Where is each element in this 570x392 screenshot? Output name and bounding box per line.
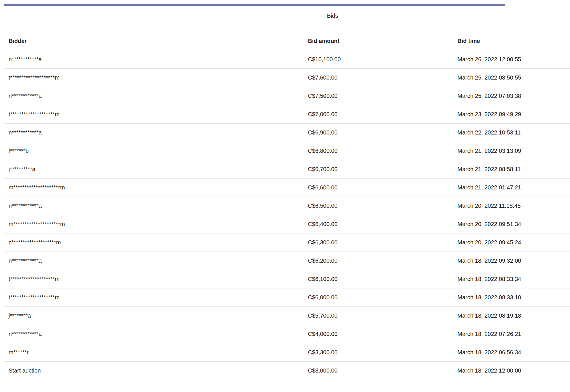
bid-amount-cell: C$6,100.00 bbox=[303, 270, 453, 288]
bids-table: Bids Bidder Bid amount Bid time n*******… bbox=[4, 6, 570, 380]
bid-amount-cell: C$6,500.00 bbox=[303, 197, 453, 215]
bid-amount-cell: C$6,300.00 bbox=[303, 233, 453, 252]
bidder-cell: m******r bbox=[4, 343, 303, 361]
bid-row: m******r C$3,300.00 March 18, 2022 06:56… bbox=[4, 343, 570, 361]
card-accent-bar bbox=[4, 4, 505, 6]
spacer-cell bbox=[4, 26, 570, 32]
column-header-bid-time: Bid time bbox=[453, 32, 570, 50]
bid-row: t********************m C$6,000.00 March … bbox=[4, 288, 570, 306]
bid-row: t********************m C$6,100.00 March … bbox=[4, 270, 570, 288]
bidder-cell: j********a bbox=[4, 306, 303, 325]
bid-time-cell: March 18, 2022 08:33:34 bbox=[453, 270, 570, 288]
bid-time-cell: March 21, 2022 03:13:09 bbox=[453, 142, 570, 160]
bid-row: l*******b C$6,800.00 March 21, 2022 03:1… bbox=[4, 142, 570, 160]
bid-amount-cell: C$7,600.00 bbox=[303, 68, 453, 87]
bid-time-cell: March 18, 2022 07:26:21 bbox=[453, 325, 570, 343]
bid-amount-cell: C$5,700.00 bbox=[303, 306, 453, 325]
bid-time-cell: March 18, 2022 09:32:00 bbox=[453, 252, 570, 270]
bid-row: c********************m C$6,300.00 March … bbox=[4, 233, 570, 252]
bidder-cell: t********************m bbox=[4, 105, 303, 123]
bid-row: t********************m C$7,000.00 March … bbox=[4, 105, 570, 123]
bid-time-cell: March 20, 2022 11:18:45 bbox=[453, 197, 570, 215]
bid-time-cell: March 18, 2022 08:33:10 bbox=[453, 288, 570, 306]
bidder-cell: c********************m bbox=[4, 233, 303, 252]
bid-row: Start auction C$3,000.00 March 18, 2022 … bbox=[4, 361, 570, 380]
bidder-cell: n************a bbox=[4, 123, 303, 142]
column-header-bid-amount: Bid amount bbox=[303, 32, 453, 50]
bid-row: n************a C$6,500.00 March 20, 2022… bbox=[4, 197, 570, 215]
bid-amount-cell: C$6,600.00 bbox=[303, 178, 453, 197]
bid-row: n************a C$7,500.00 March 25, 2022… bbox=[4, 87, 570, 105]
bidder-cell: m*********************m bbox=[4, 215, 303, 233]
bid-time-cell: March 26, 2022 12:00:55 bbox=[453, 50, 570, 68]
bid-time-cell: March 18, 2022 12:00:00 bbox=[453, 361, 570, 380]
table-title-row: Bids bbox=[4, 6, 570, 26]
table-title: Bids bbox=[4, 6, 570, 26]
bid-time-cell: March 21, 2022 01:47:21 bbox=[453, 178, 570, 197]
bidder-cell: j**********a bbox=[4, 160, 303, 178]
bid-amount-cell: C$7,000.00 bbox=[303, 105, 453, 123]
bid-amount-cell: C$6,700.00 bbox=[303, 160, 453, 178]
spacer-row bbox=[4, 26, 570, 32]
bidder-cell: n************a bbox=[4, 325, 303, 343]
bid-row: n************a C$6,200.00 March 18, 2022… bbox=[4, 252, 570, 270]
bid-amount-cell: C$10,100.00 bbox=[303, 50, 453, 68]
bid-amount-cell: C$6,200.00 bbox=[303, 252, 453, 270]
bidder-cell: Start auction bbox=[4, 361, 303, 380]
bidder-cell: l*******b bbox=[4, 142, 303, 160]
bid-row: m*********************m C$6,600.00 March… bbox=[4, 178, 570, 197]
bidder-cell: n************a bbox=[4, 252, 303, 270]
bid-time-cell: March 25, 2022 08:50:55 bbox=[453, 68, 570, 87]
bid-row: n************a C$6,900.00 March 22, 2022… bbox=[4, 123, 570, 142]
bidder-cell: t********************m bbox=[4, 68, 303, 87]
bid-amount-cell: C$3,300.00 bbox=[303, 343, 453, 361]
bid-amount-cell: C$4,000.00 bbox=[303, 325, 453, 343]
bid-amount-cell: C$6,400.00 bbox=[303, 215, 453, 233]
bidder-cell: m*********************m bbox=[4, 178, 303, 197]
bid-row: j**********a C$6,700.00 March 21, 2022 0… bbox=[4, 160, 570, 178]
bid-time-cell: March 18, 2022 06:56:34 bbox=[453, 343, 570, 361]
bidder-cell: n************a bbox=[4, 197, 303, 215]
bid-amount-cell: C$6,900.00 bbox=[303, 123, 453, 142]
bidder-cell: n************a bbox=[4, 50, 303, 68]
bid-time-cell: March 21, 2022 08:58:11 bbox=[453, 160, 570, 178]
bid-amount-cell: C$6,000.00 bbox=[303, 288, 453, 306]
column-header-bidder: Bidder bbox=[4, 32, 303, 50]
bid-row: n************a C$10,100.00 March 26, 202… bbox=[4, 50, 570, 68]
bid-row: j********a C$5,700.00 March 18, 2022 08:… bbox=[4, 306, 570, 325]
bid-row: t********************m C$7,600.00 March … bbox=[4, 68, 570, 87]
bids-card: Bids Bidder Bid amount Bid time n*******… bbox=[4, 4, 570, 380]
bid-time-cell: March 20, 2022 09:51:34 bbox=[453, 215, 570, 233]
bid-row: m*********************m C$6,400.00 March… bbox=[4, 215, 570, 233]
bidder-cell: t********************m bbox=[4, 270, 303, 288]
bidder-cell: t********************m bbox=[4, 288, 303, 306]
bid-amount-cell: C$6,800.00 bbox=[303, 142, 453, 160]
bid-time-cell: March 18, 2022 08:19:18 bbox=[453, 306, 570, 325]
bid-time-cell: March 22, 2022 10:53:11 bbox=[453, 123, 570, 142]
bidder-cell: n************a bbox=[4, 87, 303, 105]
bid-time-cell: March 20, 2022 09:45:24 bbox=[453, 233, 570, 252]
bid-time-cell: March 25, 2022 07:03:38 bbox=[453, 87, 570, 105]
bid-amount-cell: C$7,500.00 bbox=[303, 87, 453, 105]
bid-time-cell: March 23, 2022 09:49:29 bbox=[453, 105, 570, 123]
bid-row: n************a C$4,000.00 March 18, 2022… bbox=[4, 325, 570, 343]
bid-amount-cell: C$3,000.00 bbox=[303, 361, 453, 380]
bids-table-body: n************a C$10,100.00 March 26, 202… bbox=[4, 50, 570, 380]
table-header-row: Bidder Bid amount Bid time bbox=[4, 32, 570, 50]
